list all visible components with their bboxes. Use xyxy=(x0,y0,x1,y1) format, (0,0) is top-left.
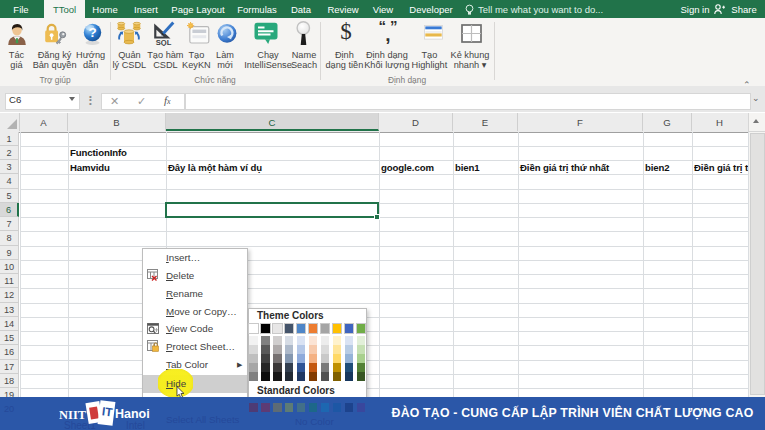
svg-text:?: ? xyxy=(89,25,97,40)
svg-text:SQL: SQL xyxy=(156,38,172,46)
